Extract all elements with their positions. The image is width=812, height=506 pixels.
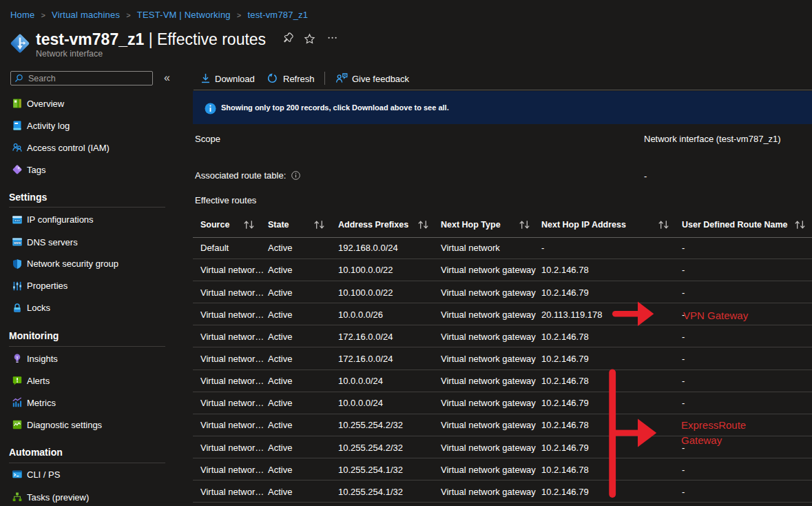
svg-text:WWW: WWW bbox=[14, 242, 21, 245]
